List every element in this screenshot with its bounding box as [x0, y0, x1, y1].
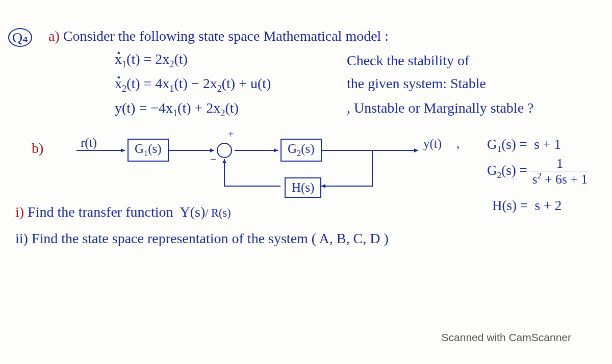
- svg-marker-1: [121, 148, 125, 152]
- g2-definition: G2(s) = 1 s2 + 6s + 1: [487, 157, 589, 186]
- q-number-text: Q₄: [8, 28, 32, 47]
- handwritten-page: Q₄ a) Consider the following state space…: [0, 0, 612, 364]
- svg-marker-5: [274, 148, 278, 152]
- g2-block: G2(s): [280, 139, 322, 162]
- svg-marker-8: [321, 184, 325, 188]
- question-number: Q₄: [8, 28, 32, 47]
- part-a-text: Consider the following state space Mathe…: [63, 28, 389, 44]
- comma: ,: [456, 137, 460, 151]
- svg-marker-7: [414, 148, 418, 152]
- stability-line1: Check the stability of: [347, 53, 469, 69]
- output-label: y(t): [423, 137, 442, 151]
- h-definition: H(s) = s + 2: [492, 198, 562, 214]
- subpart-i: i) Find the transfer function Y(s)/ R(s): [15, 204, 231, 220]
- summing-junction: [217, 143, 232, 158]
- subpart-ii: ii) Find the state space representation …: [15, 230, 389, 247]
- h-block: H(s): [285, 177, 321, 198]
- equation-3: y(t) = −4x1(t) + 2x2(t): [115, 100, 239, 119]
- part-a-prompt: a) Consider the following state space Ma…: [48, 28, 389, 44]
- stability-line2: the given system: Stable: [347, 75, 486, 92]
- g2-numerator: 1: [530, 157, 589, 171]
- svg-marker-3: [210, 148, 214, 152]
- equation-2: x2(t) = 4x1(t) − 2x2(t) + u(t): [115, 75, 271, 94]
- part-b-label: b): [32, 140, 43, 157]
- scanner-watermark: Scanned with CamScanner: [442, 331, 571, 344]
- block-diagram: r(t) G1(s) + − G2(s) H(s) y(t) ,: [76, 138, 454, 199]
- input-label: r(t): [81, 136, 97, 150]
- g2-denominator: s2 + 6s + 1: [530, 171, 589, 186]
- svg-marker-9: [222, 159, 226, 163]
- minus-sign: −: [210, 153, 216, 166]
- equation-1: x1(t) = 2x2(t): [115, 51, 188, 70]
- part-a-label: a): [48, 28, 60, 44]
- g1-definition: G1(s) = s + 1: [487, 137, 561, 154]
- plus-sign: +: [228, 128, 234, 140]
- g1-block: G1(s): [128, 139, 169, 162]
- stability-line3: , Unstable or Marginally stable ?: [347, 100, 534, 116]
